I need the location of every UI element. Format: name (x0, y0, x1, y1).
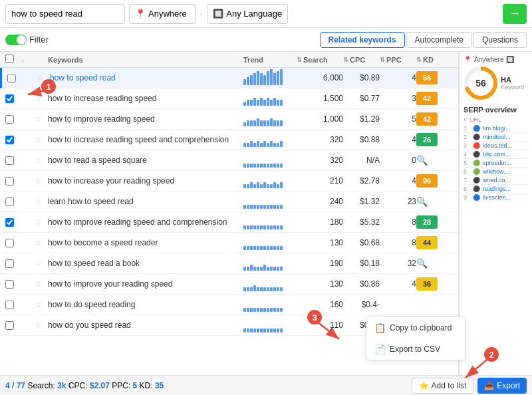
location-select[interactable]: 📍 Anywhere (129, 4, 196, 24)
trend-bar (247, 120, 249, 126)
trend-bar (273, 164, 276, 168)
table-row: ☆how to read a speed square320N/A0🔍 (0, 150, 458, 171)
tab-questions[interactable]: Questions (473, 32, 527, 48)
row-checkbox[interactable] (5, 301, 14, 309)
tab-autocomplete[interactable]: Autocomplete (406, 32, 472, 48)
serp-link[interactable]: bbc.com... (483, 151, 511, 158)
export-button[interactable]: 📥 Export (477, 378, 527, 394)
serp-link[interactable]: spreeder... (483, 160, 511, 166)
keyword-text[interactable]: how to read a speed square (48, 156, 243, 165)
trend-bars (243, 91, 297, 106)
table-row: ☆how to become a speed reader130$0.68844 (0, 233, 458, 253)
trend-bar (257, 205, 259, 209)
trend-bar (243, 225, 246, 229)
trend-bar (260, 246, 263, 250)
star-icon[interactable]: ☆ (35, 300, 48, 309)
trend-bar (277, 143, 279, 147)
serp-link[interactable]: wired.co... (483, 177, 510, 184)
trend-bar (263, 120, 266, 126)
dropdown-item-icon: 📄 (374, 344, 386, 354)
keyword-text[interactable]: how to speed read (50, 73, 243, 82)
serp-link[interactable]: ideas.ted... (483, 142, 512, 149)
language-select[interactable]: 🔲 Any Language (207, 4, 288, 24)
trend-bar (277, 100, 279, 106)
serp-link[interactable]: livescien... (483, 194, 511, 201)
star-icon[interactable]: ☆ (35, 114, 48, 124)
serp-link[interactable]: tim.blog/... (483, 125, 511, 132)
table-row: ☆how to do speed reading160$0.4- (0, 295, 458, 315)
go-button[interactable]: → (503, 4, 527, 24)
serp-link[interactable]: readings... (483, 186, 511, 192)
star-icon[interactable]: ☆ (35, 94, 48, 103)
ppc-val: 5 (133, 381, 138, 390)
row-checkbox[interactable] (5, 218, 14, 227)
trend-bar (247, 184, 249, 188)
cpc-value: N/A (343, 156, 380, 165)
select-all-checkbox[interactable] (5, 55, 14, 63)
trend-bar (247, 329, 249, 332)
star-icon[interactable]: ☆ (35, 176, 48, 186)
dropdown-item[interactable]: 📋Copy to clipboard (366, 317, 465, 338)
row-checkbox[interactable] (5, 280, 14, 289)
star-icon[interactable]: ☆ (35, 238, 48, 247)
sidebar-location: 📍 Anywhere 🔲 (464, 56, 528, 63)
keyword-text[interactable]: how to speed read a book (48, 259, 243, 268)
dropdown-item[interactable]: 📄Export to CSV (366, 338, 465, 360)
row-checkbox[interactable] (5, 198, 14, 206)
trend-bar (277, 164, 279, 168)
keyword-text[interactable]: how to improve your reading speed (48, 279, 243, 289)
trend-bar (277, 246, 279, 250)
tab-related-keywords[interactable]: Related keywords (320, 32, 405, 48)
keyword-text[interactable]: how to increase your reading speed (48, 176, 243, 186)
trend-bar (257, 182, 259, 188)
keyword-text[interactable]: learn how to speed read (48, 197, 243, 206)
add-to-list-button[interactable]: ⭐ Add to list (412, 378, 474, 394)
trend-bar (250, 75, 253, 85)
keyword-text[interactable]: how do you speed read (48, 321, 243, 330)
star-icon[interactable]: ☆ (35, 321, 48, 330)
cpc-label: CPC: (68, 381, 90, 390)
filter-label: Filter (29, 35, 49, 45)
star-icon[interactable]: ☆ (35, 217, 48, 227)
row-checkbox[interactable] (5, 177, 14, 186)
search-label: Search: (27, 381, 57, 390)
row-checkbox[interactable] (7, 74, 16, 82)
trend-bar (280, 100, 283, 106)
trend-bar (280, 329, 283, 332)
row-checkbox[interactable] (5, 259, 14, 268)
row-checkbox[interactable] (5, 321, 14, 330)
star-icon[interactable]: ☆ (35, 156, 48, 165)
trend-bars (243, 277, 297, 291)
star-icon[interactable]: ☆ (35, 197, 48, 206)
serp-link[interactable]: wikihow.... (483, 168, 510, 175)
search-input[interactable]: how to speed read (5, 4, 125, 24)
star-icon[interactable]: ☆ (35, 135, 48, 144)
ppc-value: 4 (380, 279, 416, 289)
trend-bar (250, 141, 253, 147)
row-checkbox[interactable] (5, 115, 14, 124)
col-keywords: Keywords (48, 56, 243, 64)
row-checkbox[interactable] (5, 94, 14, 103)
keyword-text[interactable]: how to improve reading speed (48, 114, 243, 124)
trend-bar (270, 205, 273, 209)
star-icon[interactable]: ☆ (35, 279, 48, 289)
toggle-track[interactable] (5, 35, 27, 45)
star-icon[interactable]: ☆ (35, 259, 48, 268)
row-checkbox[interactable] (5, 239, 14, 247)
ppc-value: 4 (380, 176, 416, 186)
serp-link[interactable]: mindtool... (483, 134, 511, 140)
row-checkbox[interactable] (5, 156, 14, 165)
keyword-text[interactable]: how to become a speed reader (48, 238, 243, 247)
serp-row: 9🔵livescien... (464, 194, 528, 202)
keyword-text[interactable]: how to improve reading speed and compreh… (48, 217, 243, 227)
keyword-text[interactable]: how to increase reading speed (48, 94, 243, 103)
filter-toggle[interactable]: Filter (5, 35, 49, 45)
row-checkbox[interactable] (5, 136, 14, 144)
serp-overview-title: SERP overview (464, 106, 528, 114)
serp-row: 3🔴ideas.ted... (464, 142, 528, 150)
trend-bar (250, 265, 253, 271)
serp-icon: ⚫ (473, 151, 480, 158)
serp-list: 1🔵tim.blog/...2⚫mindtool...3🔴ideas.ted..… (464, 124, 528, 202)
keyword-text[interactable]: how to do speed reading (48, 300, 243, 309)
keyword-text[interactable]: how to increase reading speed and compre… (48, 135, 243, 144)
